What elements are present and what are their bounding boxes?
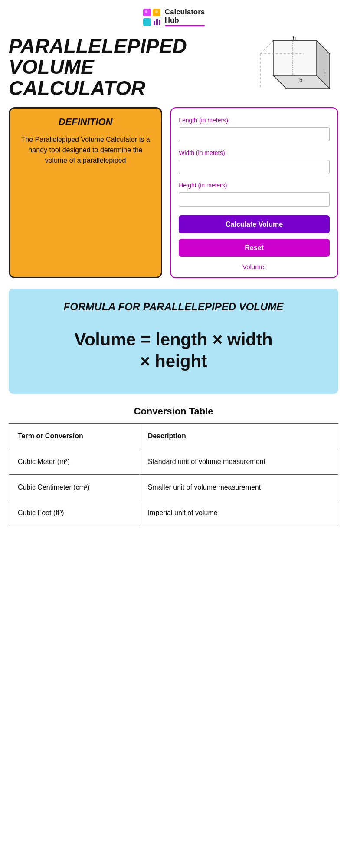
page-title: PARALLELEPIPED VOLUME CALCULATOR	[9, 36, 169, 99]
desc-cubic-centimeter: Smaller unit of volume measurement	[139, 474, 338, 500]
svg-rect-6	[159, 20, 160, 25]
formula-title: FORMULA FOR PARALLELEPIPED VOLUME	[64, 301, 284, 313]
svg-rect-4	[154, 21, 155, 25]
formula-line2: × height	[140, 352, 207, 371]
col-header-term: Term or Conversion	[9, 423, 139, 449]
svg-text:b: b	[299, 77, 302, 83]
two-col-section: DEFINITION The Parallelepiped Volume Cal…	[9, 107, 338, 278]
length-label: Length (in meters):	[179, 117, 330, 124]
parallelepiped-illustration: h b l	[243, 36, 338, 97]
svg-line-14	[260, 41, 273, 54]
formula-line1: Volume = length × width	[74, 330, 272, 349]
svg-text:l: l	[324, 70, 326, 77]
term-cubic-foot: Cubic Foot (ft³)	[9, 500, 139, 526]
desc-cubic-meter: Standard unit of volume measurement	[139, 449, 338, 474]
volume-display: Volume:	[179, 263, 330, 270]
table-row: Cubic Meter (m³) Standard unit of volume…	[9, 449, 338, 474]
table-row: Cubic Centimeter (cm³) Smaller unit of v…	[9, 474, 338, 500]
width-label: Width (in meters):	[179, 149, 330, 156]
term-cubic-meter: Cubic Meter (m³)	[9, 449, 139, 474]
formula-equation: Volume = length × width × height	[74, 329, 272, 372]
definition-text: The Parallelepiped Volume Calculator is …	[17, 135, 154, 166]
conversion-table-title: Conversion Table	[134, 406, 213, 417]
calculate-volume-button[interactable]: Calculate Volume	[179, 215, 330, 233]
svg-rect-5	[156, 19, 158, 25]
svg-point-8	[155, 10, 158, 13]
svg-point-7	[145, 10, 147, 13]
svg-rect-3	[143, 18, 151, 26]
header: Calculators Hub	[142, 0, 205, 31]
desc-cubic-foot: Imperial unit of volume	[139, 500, 338, 526]
logo-icon	[142, 8, 161, 27]
svg-text:h: h	[293, 36, 296, 41]
logo-calculators: Calculators	[165, 8, 205, 16]
logo-text: Calculators Hub	[165, 8, 205, 26]
calculator-box: Length (in meters): Width (in meters): H…	[170, 107, 338, 278]
height-label: Height (in meters):	[179, 182, 330, 189]
svg-marker-13	[273, 41, 317, 76]
table-header-row: Term or Conversion Description	[9, 423, 338, 449]
reset-button[interactable]: Reset	[179, 239, 330, 257]
table-row: Cubic Foot (ft³) Imperial unit of volume	[9, 500, 338, 526]
logo-underline	[165, 25, 205, 26]
definition-title: DEFINITION	[59, 116, 113, 128]
definition-box: DEFINITION The Parallelepiped Volume Cal…	[9, 107, 162, 278]
width-input[interactable]	[179, 160, 330, 174]
height-input[interactable]	[179, 192, 330, 207]
formula-section: FORMULA FOR PARALLELEPIPED VOLUME Volume…	[9, 289, 338, 394]
col-header-description: Description	[139, 423, 338, 449]
term-cubic-centimeter: Cubic Centimeter (cm³)	[9, 474, 139, 500]
logo-hub: Hub	[165, 16, 205, 25]
length-input[interactable]	[179, 127, 330, 141]
title-section: PARALLELEPIPED VOLUME CALCULATOR h b l	[9, 31, 338, 107]
conversion-table: Term or Conversion Description Cubic Met…	[9, 423, 338, 526]
